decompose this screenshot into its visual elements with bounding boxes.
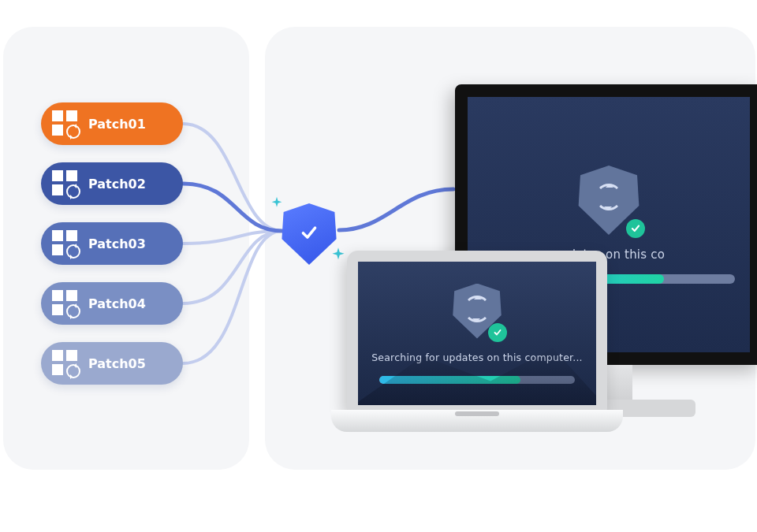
patch-pill: Patch03 — [41, 222, 183, 265]
patch-label: Patch05 — [88, 356, 146, 371]
windows-update-icon — [52, 290, 79, 317]
windows-update-icon — [52, 230, 79, 257]
patch-label: Patch02 — [88, 177, 146, 192]
laptop: Searching for updates on this computer..… — [331, 251, 623, 448]
patch-label: Patch03 — [88, 236, 146, 251]
patch-pill: Patch02 — [41, 162, 183, 205]
patch-pill: Patch04 — [41, 282, 183, 325]
update-progress-bar — [379, 376, 575, 384]
patch-pill: Patch05 — [41, 342, 183, 385]
update-status-text: Searching for updates on this computer..… — [371, 352, 583, 363]
windows-update-icon — [52, 110, 79, 137]
sparkle-icon — [268, 195, 285, 213]
patch-label: Patch04 — [88, 296, 146, 311]
patch-label: Patch01 — [88, 117, 146, 132]
patch-list: Patch01 Patch02 Patch03 Patch04 — [41, 102, 183, 385]
update-shield-icon — [452, 284, 502, 339]
update-shield-icon — [577, 166, 640, 235]
windows-update-icon — [52, 170, 79, 197]
success-check-icon — [488, 323, 507, 342]
update-progress-fill — [379, 376, 520, 384]
success-check-icon — [626, 219, 645, 238]
windows-update-icon — [52, 350, 79, 377]
patch-pill: Patch01 — [41, 102, 183, 145]
